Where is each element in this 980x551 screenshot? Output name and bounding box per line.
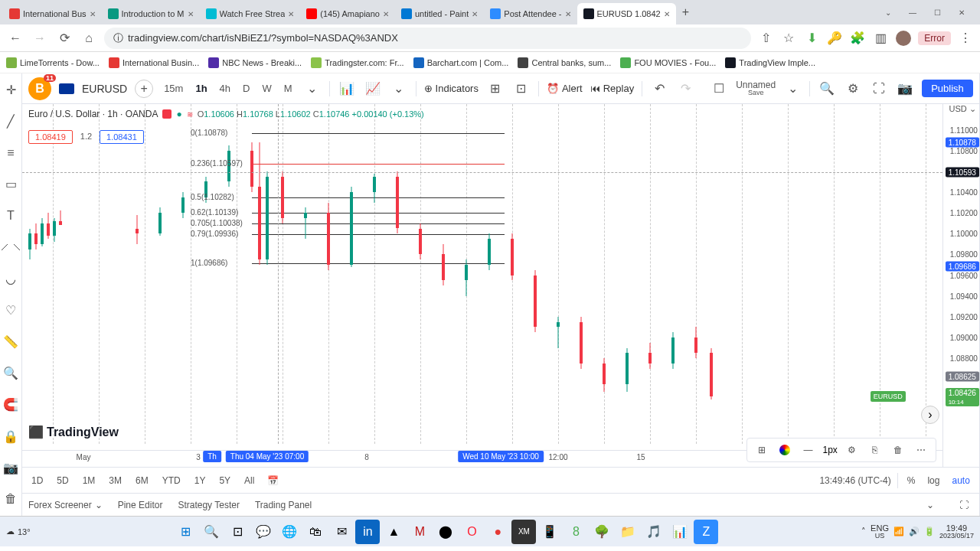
- chart-canvas[interactable]: Euro / U.S. Dollar · 1h · OANDA ● ≋ O1.1…: [22, 104, 942, 467]
- tab-close-icon[interactable]: ✕: [565, 10, 571, 18]
- bookmark-item[interactable]: International Busin...: [109, 57, 199, 68]
- redo-button[interactable]: ↷: [676, 80, 694, 98]
- error-button[interactable]: Error: [918, 31, 951, 45]
- range-3M[interactable]: 3M: [106, 474, 125, 487]
- url-input[interactable]: ⓘ tradingview.com/chart/isNBiEZ1/?symbol…: [104, 28, 751, 49]
- range-1Y[interactable]: 1Y: [191, 474, 209, 487]
- range-All[interactable]: All: [241, 474, 257, 487]
- forecast-tool[interactable]: ◡: [0, 269, 21, 289]
- profile-avatar[interactable]: [895, 30, 912, 47]
- camera-tool[interactable]: 📷: [0, 458, 21, 478]
- chrome-icon[interactable]: ⬤: [433, 520, 458, 544]
- fib-line[interactable]: [252, 234, 505, 235]
- new-tab-button[interactable]: +: [676, 2, 695, 22]
- share-icon[interactable]: ⇧: [757, 30, 774, 47]
- app-icon-4[interactable]: 🎵: [642, 520, 666, 544]
- trendline-tool[interactable]: ╱: [0, 111, 21, 132]
- layout-dropdown[interactable]: ⌄: [783, 80, 802, 98]
- taskbar-search-icon[interactable]: 🔍: [199, 520, 224, 544]
- teams-icon[interactable]: 💬: [251, 520, 276, 544]
- weather-widget[interactable]: ☁ 13°: [6, 527, 31, 536]
- timeframe-M[interactable]: M: [281, 81, 296, 96]
- clock-time[interactable]: 19:49: [939, 523, 974, 533]
- zoom-icon[interactable]: Z: [694, 520, 718, 544]
- scroll-to-latest-button[interactable]: ›: [921, 406, 939, 424]
- fib-line[interactable]: [252, 223, 505, 224]
- fib-line[interactable]: [252, 263, 505, 264]
- keyboard-indicator[interactable]: US: [871, 533, 889, 540]
- percent-button[interactable]: %: [904, 474, 919, 487]
- cursor-tool[interactable]: ✛: [0, 80, 21, 100]
- opera-icon[interactable]: O: [459, 520, 484, 544]
- flag-icon[interactable]: [162, 109, 172, 119]
- range-YTD[interactable]: YTD: [159, 474, 184, 487]
- store-icon[interactable]: 🛍: [303, 520, 328, 544]
- browser-tab[interactable]: (145) Amapiano✕: [300, 3, 395, 24]
- bookmark-item[interactable]: Tradingster.com: Fr...: [311, 57, 404, 68]
- undo-button[interactable]: ↶: [650, 80, 668, 98]
- object-more-icon[interactable]: ⋯: [913, 442, 929, 458]
- settings-icon[interactable]: ⚙: [844, 80, 862, 98]
- layout-icon[interactable]: ⊡: [512, 80, 531, 98]
- date-range-icon[interactable]: 📅: [263, 471, 282, 490]
- browser-tab[interactable]: untitled - Paint✕: [395, 3, 484, 24]
- snapshot-icon[interactable]: 📷: [896, 80, 914, 98]
- zoom-tool[interactable]: 🔍: [0, 363, 21, 383]
- line-type-icon[interactable]: 📈: [364, 80, 382, 98]
- timeframe-15m[interactable]: 15m: [161, 81, 186, 96]
- timeframe-W[interactable]: W: [259, 81, 274, 96]
- shape-tool[interactable]: ▭: [0, 174, 21, 194]
- templates-icon[interactable]: ⊞: [486, 80, 505, 98]
- range-6M[interactable]: 6M: [132, 474, 152, 487]
- footer-tab[interactable]: Pine Editor: [118, 500, 163, 510]
- tab-close-icon[interactable]: ✕: [188, 10, 194, 18]
- replay-button[interactable]: ⏮Replay: [590, 83, 634, 94]
- fib-tool[interactable]: ≡: [0, 142, 21, 163]
- object-line-icon[interactable]: —: [799, 442, 816, 458]
- bookmark-item[interactable]: TradingView Imple...: [725, 57, 815, 68]
- mcafee-icon[interactable]: M: [407, 520, 432, 544]
- key-icon[interactable]: 🔑: [826, 30, 843, 47]
- object-delete-icon[interactable]: 🗑: [890, 442, 906, 458]
- range-5Y[interactable]: 5Y: [216, 474, 234, 487]
- auto-button[interactable]: auto: [949, 474, 972, 487]
- volume-icon[interactable]: 🔊: [909, 527, 920, 536]
- tab-close-icon[interactable]: ✕: [472, 10, 478, 18]
- object-clone-icon[interactable]: ⎘: [867, 442, 884, 458]
- indicators-button[interactable]: ⊕Indicators: [424, 83, 479, 94]
- fib-line[interactable]: [252, 197, 505, 198]
- ask-price[interactable]: 1.08431: [100, 130, 144, 144]
- log-button[interactable]: log: [924, 474, 942, 487]
- magnet-tool[interactable]: 🧲: [0, 394, 21, 415]
- reload-button[interactable]: ⟳: [55, 29, 74, 47]
- bookmark-item[interactable]: LimeTorrents - Dow...: [6, 57, 100, 68]
- add-symbol-button[interactable]: +: [135, 80, 153, 98]
- minimize-button[interactable]: —: [903, 3, 922, 21]
- maximize-button[interactable]: ☐: [928, 3, 946, 21]
- site-info-icon[interactable]: ⓘ: [113, 31, 123, 45]
- publish-button[interactable]: Publish: [922, 80, 973, 97]
- delete-tool[interactable]: 🗑: [0, 489, 21, 510]
- maximize-panel-icon[interactable]: ⛶: [955, 496, 973, 514]
- fib-line[interactable]: [252, 133, 505, 134]
- home-button[interactable]: ⌂: [80, 29, 98, 47]
- timeframe-dropdown[interactable]: ⌄: [303, 80, 322, 98]
- browser-tab[interactable]: EURUSD 1.0842✕: [577, 3, 676, 24]
- clock-date[interactable]: 2023/05/17: [939, 533, 974, 540]
- search-icon[interactable]: 🔍: [818, 80, 836, 98]
- bid-price[interactable]: 1.08419: [28, 130, 73, 144]
- language-indicator[interactable]: ENG: [871, 523, 889, 533]
- layout-name[interactable]: UnnamedSave: [736, 80, 776, 96]
- extensions-icon[interactable]: 🧩: [849, 30, 866, 47]
- reading-list-icon[interactable]: ▥: [872, 30, 889, 47]
- range-1D[interactable]: 1D: [28, 474, 46, 487]
- vlc-icon[interactable]: ▲: [381, 520, 406, 544]
- xm-icon[interactable]: XM: [511, 520, 536, 544]
- object-color-icon[interactable]: [776, 442, 793, 458]
- checkbox-icon[interactable]: ☐: [710, 80, 728, 98]
- measure-tool[interactable]: 📏: [0, 331, 21, 352]
- currency-selector[interactable]: USD ⌄: [949, 104, 976, 114]
- tray-chevron-icon[interactable]: ˄: [861, 527, 866, 536]
- object-style-icon[interactable]: ⊞: [753, 442, 770, 458]
- fullscreen-icon[interactable]: ⛶: [870, 80, 888, 98]
